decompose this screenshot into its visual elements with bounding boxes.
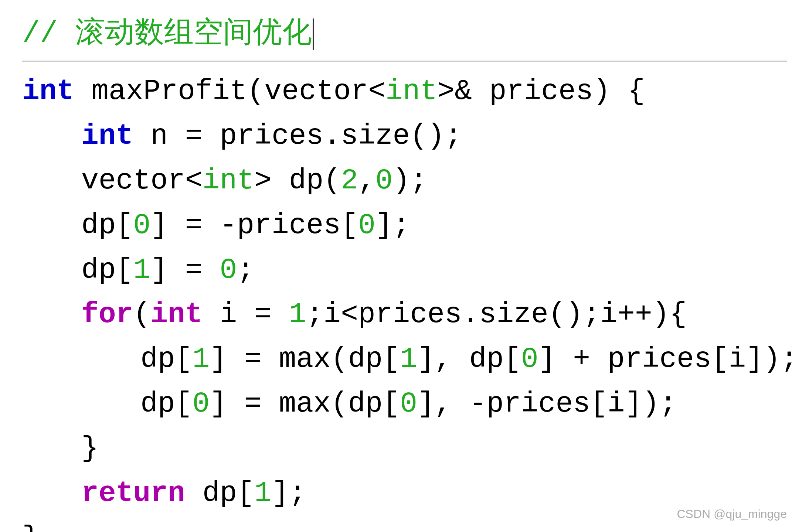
number-0a: 0 <box>375 158 393 203</box>
number-1d: 1 <box>400 337 417 382</box>
code-text-20: ] + prices[i]); <box>538 337 798 382</box>
code-text-7: ); <box>393 158 428 203</box>
code-line-10: return dp[ 1 ]; <box>22 471 787 516</box>
code-text-10: ]; <box>375 203 410 248</box>
code-text-6: , <box>358 158 375 203</box>
code-line-9: } <box>22 426 787 471</box>
code-text-17: dp[ <box>140 337 192 382</box>
comment-text: // 滚动数组空间优化 <box>22 15 312 53</box>
keyword-int-2: int <box>385 69 437 114</box>
code-text-21: dp[ <box>140 382 192 426</box>
code-line-7: dp[ 1 ] = max(dp[ 1 ], dp[ 0 ] + prices[… <box>22 337 787 382</box>
code-text-9: ] = -prices[ <box>150 203 358 248</box>
code-text-13: ; <box>237 248 254 293</box>
comment-line: // 滚动数组空间优化 <box>22 15 787 62</box>
code-line-4: dp[ 0 ] = -prices[ 0 ]; <box>22 203 787 248</box>
code-text-23: ], -prices[i]); <box>417 382 677 426</box>
code-text-3: n = prices.size(); <box>133 114 462 158</box>
code-text-4: vector< <box>81 158 203 203</box>
number-0g: 0 <box>400 382 417 426</box>
code-text-2: >& prices) { <box>437 69 645 114</box>
number-2: 2 <box>341 158 358 203</box>
code-text-24: } <box>81 426 99 471</box>
number-0e: 0 <box>521 337 538 382</box>
code-line-5: dp[ 1 ] = 0 ; <box>22 248 787 293</box>
number-0f: 0 <box>192 382 210 426</box>
code-line-6: for ( int i = 1 ;i<prices.size();i++){ <box>22 292 787 337</box>
number-0d: 0 <box>220 248 237 293</box>
code-line-8: dp[ 0 ] = max(dp[ 0 ], -prices[i]); <box>22 382 787 426</box>
code-text-12: ] = <box>150 248 220 293</box>
code-text-8: dp[ <box>81 203 133 248</box>
code-text-22: ] = max(dp[ <box>210 382 400 426</box>
code-text-5: > dp( <box>254 158 341 203</box>
text-cursor <box>313 18 314 50</box>
code-line-11: } <box>22 516 787 532</box>
code-line-3: vector< int > dp( 2 , 0 ); <box>22 158 787 203</box>
number-1a: 1 <box>133 248 150 293</box>
code-line-2: int n = prices.size(); <box>22 114 787 158</box>
keyword-int-3: int <box>81 114 133 158</box>
code-container: // 滚动数组空间优化 int maxProfit(vector< int >&… <box>0 0 809 532</box>
keyword-int-1: int <box>22 69 74 114</box>
code-text-27: } <box>22 516 40 532</box>
code-line-1: int maxProfit(vector< int >& prices) { <box>22 69 787 114</box>
code-text-15: i = <box>203 292 289 337</box>
number-0c: 0 <box>358 203 375 248</box>
number-1b: 1 <box>289 292 306 337</box>
keyword-int-4: int <box>203 158 254 203</box>
code-block: int maxProfit(vector< int >& prices) { i… <box>22 69 787 532</box>
code-text-19: ], dp[ <box>417 337 521 382</box>
watermark: CSDN @qju_mingge <box>677 507 787 521</box>
code-text-14: ( <box>133 292 150 337</box>
number-0b: 0 <box>133 203 150 248</box>
keyword-int-5: int <box>150 292 202 337</box>
code-text-11: dp[ <box>81 248 133 293</box>
code-text-26: ]; <box>272 471 306 516</box>
number-1e: 1 <box>254 471 272 516</box>
code-text-18: ] = max(dp[ <box>210 337 400 382</box>
code-text-16: ;i<prices.size();i++){ <box>306 292 687 337</box>
number-1c: 1 <box>192 337 210 382</box>
code-text-25: dp[ <box>185 471 254 516</box>
code-text-1: maxProfit(vector< <box>74 69 385 114</box>
keyword-for: for <box>81 292 133 337</box>
keyword-return: return <box>81 471 185 516</box>
